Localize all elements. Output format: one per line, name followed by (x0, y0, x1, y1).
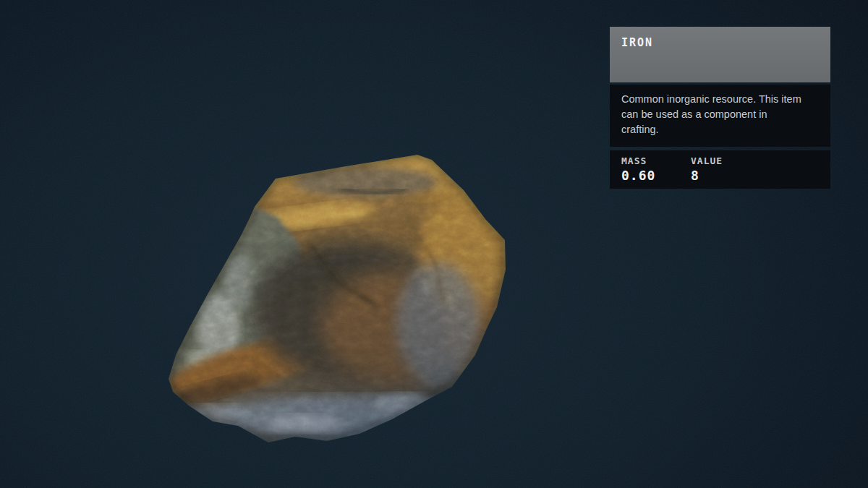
item-stats-bar: MASS 0.60 VALUE 8 (610, 150, 830, 189)
stat-value-label: VALUE (691, 155, 723, 166)
item-info-panel: IRON Common inorganic resource. This ite… (610, 27, 830, 189)
item-title-bar: IRON (610, 27, 830, 82)
stat-value: VALUE 8 (691, 155, 723, 184)
stat-mass-value: 0.60 (621, 168, 691, 183)
stat-mass: MASS 0.60 (621, 155, 691, 184)
stat-mass-label: MASS (621, 155, 691, 166)
game-viewport: IRON Common inorganic resource. This ite… (0, 0, 868, 488)
item-description: Common inorganic resource. This item can… (610, 85, 830, 147)
iron-rock (152, 137, 521, 455)
stat-value-value: 8 (691, 168, 723, 183)
item-title: IRON (621, 36, 819, 49)
